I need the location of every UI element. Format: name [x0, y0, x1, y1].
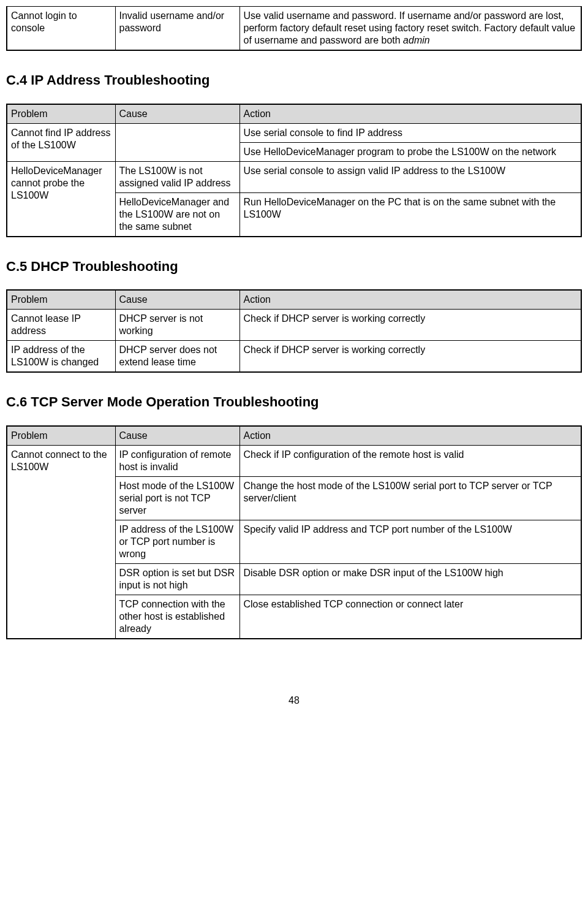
page-number: 48: [6, 694, 582, 707]
header-cause: Cause: [115, 290, 239, 310]
cell-problem: Cannot find IP address of the LS100W: [7, 123, 115, 161]
header-cause: Cause: [115, 426, 239, 446]
header-problem: Problem: [7, 290, 115, 310]
cell-action: Check if DHCP server is working correctl…: [239, 341, 581, 373]
header-action: Action: [239, 426, 581, 446]
table-fragment: Cannot login to console Invalid username…: [6, 6, 582, 51]
cell-cause: DSR option is set but DSR input is not h…: [115, 563, 239, 595]
header-cause: Cause: [115, 104, 239, 124]
cell-cause: IP address of the LS100W or TCP port num…: [115, 520, 239, 563]
cell-cause: Host mode of the LS100W serial port is n…: [115, 476, 239, 520]
cell-action: Check if IP configuration of the remote …: [239, 445, 581, 476]
cell-cause: HelloDeviceManager and the LS100W are no…: [115, 192, 239, 237]
cell-cause: TCP connection with the other host is es…: [115, 595, 239, 639]
table-header-row: Problem Cause Action: [7, 290, 581, 310]
table-row: HelloDeviceManager cannot probe the LS10…: [7, 161, 581, 192]
heading-c5: C.5 DHCP Troubleshooting: [6, 258, 582, 275]
cell-cause: The LS100W is not assigned valid IP addr…: [115, 161, 239, 192]
cell-action: Use serial console to assign valid IP ad…: [239, 161, 581, 192]
header-problem: Problem: [7, 104, 115, 124]
cell-cause: Invalid username and/or password: [115, 7, 239, 51]
cell-action: Use HelloDeviceManager program to probe …: [239, 142, 581, 161]
cell-action: Specify valid IP address and TCP port nu…: [239, 520, 581, 563]
table-row: Cannot connect to the LS100W IP configur…: [7, 445, 581, 476]
header-action: Action: [239, 290, 581, 310]
table-header-row: Problem Cause Action: [7, 104, 581, 124]
table-row: Cannot login to console Invalid username…: [7, 7, 581, 51]
cell-action: Run HelloDeviceManager on the PC that is…: [239, 192, 581, 237]
cell-problem: Cannot login to console: [7, 7, 115, 51]
cell-problem: HelloDeviceManager cannot probe the LS10…: [7, 161, 115, 237]
cell-action: Check if DHCP server is working correctl…: [239, 310, 581, 341]
table-c6: Problem Cause Action Cannot connect to t…: [6, 425, 582, 639]
cell-action: Use serial console to find IP address: [239, 123, 581, 142]
table-c4: Problem Cause Action Cannot find IP addr…: [6, 104, 582, 237]
cell-cause: DHCP server does not extend lease time: [115, 341, 239, 373]
cell-action: Use valid username and password. If user…: [239, 7, 581, 51]
table-row: Cannot find IP address of the LS100W Use…: [7, 123, 581, 142]
table-c5: Problem Cause Action Cannot lease IP add…: [6, 289, 582, 373]
header-action: Action: [239, 104, 581, 124]
cell-cause: [115, 123, 239, 161]
cell-action: Change the host mode of the LS100W seria…: [239, 476, 581, 520]
action-italic: admin: [403, 35, 430, 45]
heading-c4: C.4 IP Address Troubleshooting: [6, 72, 582, 89]
table-row: Cannot lease IP address DHCP server is n…: [7, 310, 581, 341]
cell-cause: IP configuration of remote host is inval…: [115, 445, 239, 476]
cell-action: Close established TCP connection or conn…: [239, 595, 581, 639]
cell-action: Disable DSR option or make DSR input of …: [239, 563, 581, 595]
cell-cause: DHCP server is not working: [115, 310, 239, 341]
heading-c6: C.6 TCP Server Mode Operation Troublesho…: [6, 394, 582, 411]
header-problem: Problem: [7, 426, 115, 446]
cell-problem: Cannot connect to the LS100W: [7, 445, 115, 639]
cell-problem: IP address of the LS100W is changed: [7, 341, 115, 373]
table-header-row: Problem Cause Action: [7, 426, 581, 446]
table-row: IP address of the LS100W is changed DHCP…: [7, 341, 581, 373]
cell-problem: Cannot lease IP address: [7, 310, 115, 341]
